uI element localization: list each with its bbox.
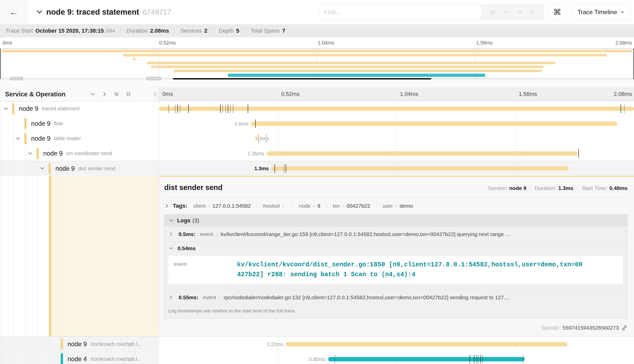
timeline-gridline <box>159 161 159 176</box>
chevron-down-icon[interactable] <box>27 151 33 156</box>
trace-id: 6749717 <box>143 8 171 16</box>
span-name-cell[interactable]: node 4/cockroach.roachpb.l... <box>0 352 159 364</box>
equals-sign: = <box>219 295 221 300</box>
span-name-cell[interactable]: node 9/cockroach.roachpb.l... <box>0 337 159 352</box>
minimap-scrubber-handle[interactable] <box>10 77 23 80</box>
minimap-span <box>2 50 632 52</box>
service-name: node 9 <box>55 165 75 172</box>
span-bar-cell[interactable] <box>159 101 634 116</box>
logs-header[interactable]: Logs (3) <box>164 215 627 227</box>
chevron-down-icon[interactable] <box>3 106 9 112</box>
log-marker <box>482 355 483 363</box>
span-duration-label: 1.35ms <box>248 151 264 156</box>
detail-start-time: Start Time:0.48ms <box>577 185 627 191</box>
timeline-gridline <box>159 337 159 352</box>
span-name-cell[interactable]: node 9flow <box>0 116 159 131</box>
summary-value: 7 <box>282 28 285 34</box>
span-row[interactable]: node 9dist sender send1.3ms <box>0 161 634 176</box>
collapse-trace-header-button[interactable] <box>36 8 43 16</box>
span-id-value: 5597415943526560273 <box>563 325 619 331</box>
span-name-cell[interactable]: node 9dist sender send <box>0 161 159 176</box>
span-bar-cell[interactable]: 1.35ms <box>159 146 634 161</box>
next-match-icon[interactable] <box>517 9 523 15</box>
expand-all-icon[interactable] <box>125 91 132 97</box>
chevron-down-icon <box>168 246 174 251</box>
timeline-gridline <box>396 131 397 146</box>
chevron-down-icon[interactable] <box>39 166 45 171</box>
collapse-all-icon[interactable] <box>113 91 120 97</box>
span-bar-cell[interactable]: 0ms <box>159 131 634 146</box>
indent-guide <box>25 352 26 364</box>
clear-search-icon[interactable]: × <box>531 9 534 15</box>
column-resize-handle[interactable] <box>154 92 156 96</box>
span-row[interactable]: node 9/cockroach.roachpb.l...1.22ms <box>0 337 634 352</box>
log-entry-expanded: 0.54ms event kv/kvclient/kvcoord/dist_se… <box>164 242 627 285</box>
span-duration-bar[interactable] <box>271 166 568 171</box>
summary-label: Total Spans <box>250 28 280 34</box>
tick-label: 0ms <box>3 40 12 46</box>
operation-name: dist sender send <box>78 166 115 172</box>
log-timestamp: 0.54ms <box>178 245 196 251</box>
link-icon[interactable] <box>621 325 627 331</box>
chevron-down-icon[interactable] <box>15 136 21 141</box>
log-entry-collapsed[interactable]: 0.55ms: event = rpc/nodedialer/nodediale… <box>164 290 627 305</box>
prev-match-icon[interactable] <box>503 9 509 15</box>
span-rows-main: node 9traced statementnode 9flow1.6msnod… <box>0 101 634 176</box>
minimap-scroll-indicator[interactable] <box>173 78 431 79</box>
indent-guide <box>25 337 26 351</box>
span-bar-cell[interactable]: 1.6ms <box>159 116 634 131</box>
minimap-scrubber-handle[interactable] <box>146 77 161 80</box>
expand-one-icon[interactable] <box>101 91 108 97</box>
collapse-one-icon[interactable] <box>90 91 96 97</box>
log-entry-collapsed[interactable]: 0.5ms: event = kv/kvclient/kvcoord/range… <box>164 227 627 242</box>
command-icon: ⌘ <box>553 7 561 17</box>
span-row[interactable]: node 4/cockroach.roachpb.l...0.85ms <box>0 352 634 364</box>
log-expanded-header[interactable]: 0.54ms <box>164 242 627 255</box>
span-row[interactable]: node 9table reader0ms <box>0 131 634 146</box>
minimap-canvas[interactable] <box>0 49 634 79</box>
logs-footnote: Log timestamps are relative to the start… <box>164 305 627 318</box>
keyboard-shortcuts-button[interactable]: ⌘ <box>548 4 566 20</box>
timeline-header-left: Service & Operation <box>0 87 159 101</box>
focus-match-icon[interactable]: ◎ <box>490 9 496 15</box>
log-marker <box>284 164 284 173</box>
timeline-gridline <box>515 131 516 146</box>
find-input[interactable] <box>320 5 481 20</box>
span-bar-cell[interactable]: 1.3ms <box>159 161 634 176</box>
span-name-cell[interactable]: node 9traced statement <box>0 101 159 116</box>
span-row[interactable]: node 9traced statement <box>0 101 634 116</box>
chevron-down-icon <box>168 218 174 223</box>
tick-label: 1.04ms <box>318 40 334 46</box>
view-dropdown-button[interactable]: Trace Timeline <box>572 4 631 20</box>
span-id-label: SpanID: <box>541 325 560 331</box>
span-row[interactable]: node 9flow1.6ms <box>0 116 634 131</box>
tag-separator <box>376 203 376 209</box>
span-bar-cell[interactable]: 0.85ms <box>159 352 634 364</box>
span-name-cell[interactable]: node 9txn coordinator send <box>0 146 159 161</box>
indent-guide <box>13 131 13 146</box>
trace-minimap[interactable]: 0ms 0.52ms 1.04ms 1.56ms 2.08ms <box>0 37 634 78</box>
summary-total-spans: Total Spans 7 <box>245 28 291 34</box>
span-duration-bar[interactable] <box>328 357 525 361</box>
tag-separator <box>292 203 293 209</box>
span-duration-bar[interactable] <box>255 136 258 141</box>
span-duration-bar[interactable] <box>251 121 617 126</box>
log-key: event <box>203 294 216 301</box>
span-name-cell[interactable]: node 9table reader <box>0 131 159 146</box>
tag-separator <box>257 203 257 209</box>
span-duration-bar[interactable] <box>267 151 578 156</box>
back-button[interactable]: ← <box>0 0 28 24</box>
indent-guide <box>50 337 50 351</box>
span-name: node 9flow <box>24 116 63 131</box>
app-header: ← node 9: traced statement 6749717 ◎ × ⌘… <box>0 0 634 24</box>
timeline-gridline <box>159 352 159 364</box>
selected-span-gutter-fill <box>51 176 159 336</box>
log-marker <box>248 104 248 113</box>
span-bar-cell[interactable]: 1.22ms <box>159 337 634 352</box>
chevron-down-icon <box>36 8 43 16</box>
tags-row[interactable]: Tags: client=127.0.0.1:54582 hostssl= no… <box>164 203 627 209</box>
span-duration-bar[interactable] <box>286 342 567 346</box>
span-name: node 9/cockroach.roachpb.l... <box>61 337 141 351</box>
span-row[interactable]: node 9txn coordinator send1.35ms <box>0 146 634 161</box>
tick-label: 1.04ms <box>400 91 418 97</box>
